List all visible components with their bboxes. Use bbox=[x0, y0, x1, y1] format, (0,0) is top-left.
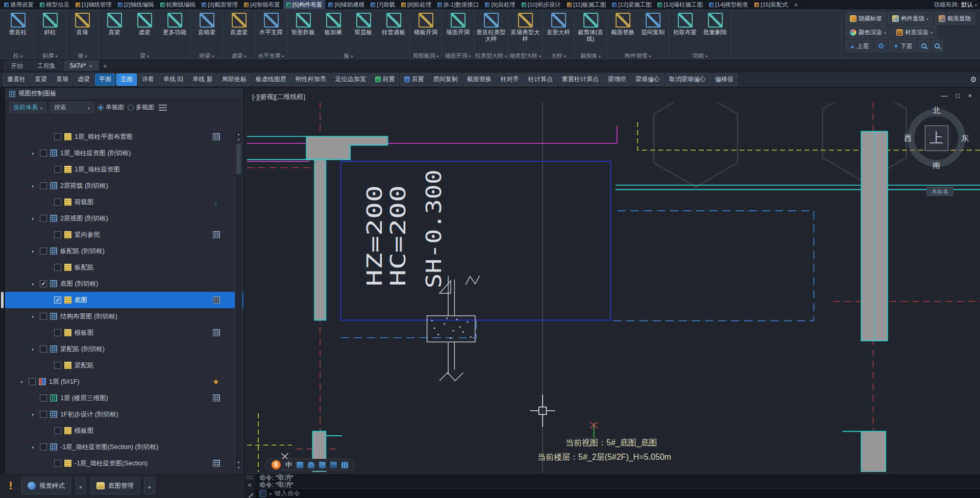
tree-row[interactable]: 底图 bbox=[5, 292, 243, 308]
tree-row[interactable]: 模板图 bbox=[5, 422, 243, 439]
visual-style-button[interactable]: 视觉样式 bbox=[21, 477, 71, 494]
menu-tab[interactable]: [15]装配式 bbox=[751, 0, 791, 9]
ribbon-tool-button[interactable]: 层间复制 bbox=[638, 11, 668, 37]
expand-arrow-icon[interactable] bbox=[20, 378, 26, 385]
scrollbar-thumb[interactable] bbox=[236, 143, 241, 174]
ribbon-group-label[interactable]: 柱类型大样 bbox=[475, 52, 507, 60]
ime-grid-icon[interactable] bbox=[341, 462, 348, 468]
ribbon-group-label[interactable]: 墙类型大样 bbox=[509, 52, 541, 60]
layout-selector[interactable]: 功能布局: 默认 bbox=[934, 1, 977, 9]
row-action-icon[interactable] bbox=[213, 133, 220, 140]
command-window[interactable]: 命令: *取消* 命令: *取消* 键入命令 bbox=[244, 474, 980, 498]
toolbar-button[interactable]: 直梁 bbox=[31, 73, 51, 86]
toolbar-button[interactable]: 柱计算点 bbox=[524, 73, 557, 86]
ribbon-group-label[interactable]: 水平支撑 bbox=[256, 52, 286, 60]
ribbon-group-label[interactable]: 墙 bbox=[67, 52, 97, 60]
view-checkbox[interactable] bbox=[54, 296, 61, 304]
ime-toolbox-icon[interactable] bbox=[330, 462, 337, 468]
zoom-in-button[interactable] bbox=[918, 40, 929, 52]
toolbar-button[interactable]: 柱对齐 bbox=[497, 73, 523, 86]
ribbon-tool-button[interactable]: 直墙 bbox=[67, 11, 97, 37]
toolbar-button[interactable]: 虚梁 bbox=[74, 73, 94, 86]
view-checkbox[interactable] bbox=[40, 411, 47, 418]
tree-row[interactable]: 1层_暗柱平面布置图 bbox=[5, 129, 243, 145]
document-tab[interactable]: 工程集 bbox=[31, 61, 62, 71]
ribbon-tool-button[interactable]: 水平支撑 bbox=[256, 11, 286, 37]
view-checkbox[interactable] bbox=[40, 280, 47, 287]
view-checkbox[interactable] bbox=[54, 460, 61, 467]
row-action-icon[interactable] bbox=[212, 198, 220, 206]
toolbar-button[interactable]: 单线 旧 bbox=[159, 73, 187, 86]
menu-tab[interactable]: [11]板施工图 bbox=[564, 0, 609, 9]
sogou-icon[interactable]: S bbox=[272, 460, 281, 469]
compass-top-face[interactable]: 上 bbox=[925, 126, 948, 151]
view-checkbox[interactable] bbox=[54, 166, 61, 173]
tree-scrollbar[interactable] bbox=[235, 130, 242, 471]
row-action-icon[interactable] bbox=[213, 296, 220, 304]
expand-arrow-icon[interactable] bbox=[32, 150, 37, 157]
tree-row[interactable]: 1层_墙柱提资图 bbox=[5, 161, 243, 178]
compass-west-label[interactable]: 西 bbox=[904, 133, 912, 143]
close-tab-icon[interactable] bbox=[89, 62, 92, 69]
toolbar-button[interactable]: 局部坐标 bbox=[218, 73, 251, 86]
ribbon-tool-button[interactable]: 板加腋 bbox=[318, 11, 348, 37]
scroll-up-icon[interactable] bbox=[237, 136, 240, 141]
ribbon-group-label[interactable]: 大样 bbox=[544, 52, 573, 60]
menu-tab[interactable]: [8-1]数据接口 bbox=[434, 0, 482, 9]
close-icon[interactable]: × bbox=[968, 92, 972, 99]
toolbar-button[interactable]: 层间复制 bbox=[429, 73, 462, 86]
tree-row[interactable]: 1层 (5#1F) bbox=[5, 374, 243, 390]
ribbon-tool-button[interactable]: 直暗梁 bbox=[192, 11, 222, 37]
tree-row[interactable]: 板配筋 bbox=[5, 259, 243, 276]
hamburger-menu-icon[interactable] bbox=[159, 105, 167, 111]
menu-tab[interactable]: [1]轴线管理 bbox=[72, 0, 115, 9]
toolbar-button[interactable]: 重置柱计算点 bbox=[558, 73, 603, 86]
menu-tab[interactable]: [3]截面管理 bbox=[199, 0, 241, 9]
tree-row[interactable]: 梁配筋 (剖切框) bbox=[5, 341, 243, 357]
ribbon-tool-button[interactable]: 直梁 bbox=[100, 11, 129, 37]
ribbon-group-label[interactable]: 梁 bbox=[100, 52, 189, 60]
scroll-down-icon[interactable] bbox=[237, 465, 240, 470]
toolbar-button[interactable]: 直墙 bbox=[52, 73, 72, 86]
ribbon-tool-button[interactable]: 矩形折板 bbox=[288, 11, 318, 37]
ime-keyboard-icon[interactable] bbox=[319, 462, 326, 468]
row-action-icon[interactable] bbox=[213, 329, 220, 336]
ribbon-group-label[interactable]: 墙面开洞 bbox=[443, 52, 473, 60]
toolbar-button[interactable]: 取消梁墙偏心 bbox=[665, 73, 710, 86]
toolbar-button[interactable]: 刚性杆加亮 bbox=[291, 73, 330, 86]
row-action-icon[interactable] bbox=[213, 460, 220, 467]
ribbon-tool-button[interactable]: 楼板开洞 bbox=[411, 11, 440, 37]
view-checkbox[interactable] bbox=[54, 133, 61, 140]
ribbon-tool-button[interactable]: 虚梁 bbox=[130, 11, 159, 37]
wall-column-outlines[interactable] bbox=[247, 132, 980, 472]
tree-row[interactable]: 1层 (楼层三维图) bbox=[5, 390, 243, 406]
component-visibility-button[interactable]: 构件显隐 bbox=[888, 12, 933, 24]
menu-tab[interactable]: [2]轴线编辑 bbox=[115, 0, 157, 9]
view-checkbox[interactable] bbox=[40, 150, 47, 157]
toolbar-settings-gear-icon[interactable] bbox=[970, 75, 977, 84]
base-drawing-manage-button[interactable]: 底图管理 bbox=[90, 477, 140, 494]
expand-arrow-icon[interactable] bbox=[32, 443, 37, 451]
menu-tab[interactable]: [4]智能布置 bbox=[241, 0, 283, 9]
toolbar-button[interactable]: 详看 bbox=[138, 73, 158, 86]
view-checkbox[interactable] bbox=[54, 231, 61, 238]
visual-style-expand-button[interactable] bbox=[75, 477, 86, 494]
expand-arrow-icon[interactable] bbox=[32, 182, 37, 189]
compass-south-label[interactable]: 南 bbox=[933, 161, 940, 170]
tree-row[interactable]: 1F初步设计 (剖切框) bbox=[5, 406, 243, 422]
ribbon-group-label[interactable]: 暗梁 bbox=[192, 52, 222, 60]
ribbon-group-label[interactable]: 功能 bbox=[670, 52, 730, 60]
new-tab-button[interactable] bbox=[100, 61, 110, 71]
ime-mic-icon[interactable] bbox=[308, 462, 314, 468]
ribbon-tool-button[interactable]: 直形大样 bbox=[544, 11, 573, 37]
tree-row[interactable]: 板配筋 (剖切框) bbox=[5, 243, 243, 259]
ribbon-tool-button[interactable]: 直虚梁 bbox=[224, 11, 254, 37]
menu-tab[interactable]: [14]模型检查 bbox=[706, 0, 751, 9]
ribbon-group-label[interactable]: 虚梁 bbox=[224, 52, 254, 60]
search-dropdown[interactable]: 搜索 bbox=[50, 102, 94, 113]
viewport-label[interactable]: [-][俯视][二维线框] bbox=[252, 92, 305, 102]
toolbar-button[interactable]: 截面替换 bbox=[463, 73, 496, 86]
ribbon-group-label[interactable]: 柱 bbox=[3, 52, 33, 60]
hide-labels-button[interactable]: 隐藏标签 bbox=[846, 12, 886, 24]
document-tab[interactable]: 开始 bbox=[4, 61, 30, 71]
